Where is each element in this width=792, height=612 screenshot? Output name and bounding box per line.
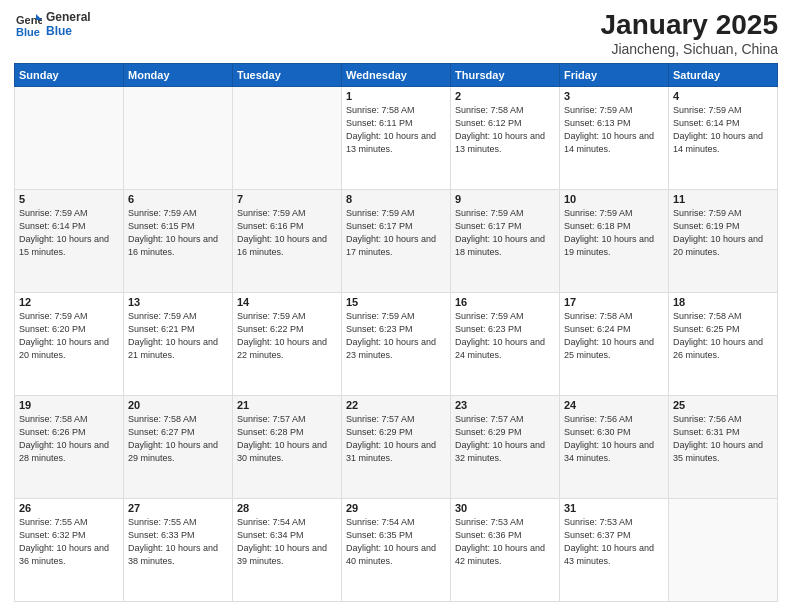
- table-row: 8Sunrise: 7:59 AM Sunset: 6:17 PM Daylig…: [342, 189, 451, 292]
- table-row: [124, 86, 233, 189]
- day-number: 28: [237, 502, 337, 514]
- day-number: 20: [128, 399, 228, 411]
- table-row: 14Sunrise: 7:59 AM Sunset: 6:22 PM Dayli…: [233, 292, 342, 395]
- calendar-week-row: 19Sunrise: 7:58 AM Sunset: 6:26 PM Dayli…: [15, 395, 778, 498]
- table-row: 30Sunrise: 7:53 AM Sunset: 6:36 PM Dayli…: [451, 498, 560, 601]
- table-row: 11Sunrise: 7:59 AM Sunset: 6:19 PM Dayli…: [669, 189, 778, 292]
- day-number: 9: [455, 193, 555, 205]
- col-wednesday: Wednesday: [342, 63, 451, 86]
- table-row: 29Sunrise: 7:54 AM Sunset: 6:35 PM Dayli…: [342, 498, 451, 601]
- day-info: Sunrise: 7:59 AM Sunset: 6:23 PM Dayligh…: [455, 310, 555, 362]
- day-info: Sunrise: 7:56 AM Sunset: 6:30 PM Dayligh…: [564, 413, 664, 465]
- table-row: 6Sunrise: 7:59 AM Sunset: 6:15 PM Daylig…: [124, 189, 233, 292]
- day-number: 12: [19, 296, 119, 308]
- col-friday: Friday: [560, 63, 669, 86]
- table-row: 4Sunrise: 7:59 AM Sunset: 6:14 PM Daylig…: [669, 86, 778, 189]
- table-row: 13Sunrise: 7:59 AM Sunset: 6:21 PM Dayli…: [124, 292, 233, 395]
- day-number: 3: [564, 90, 664, 102]
- table-row: [669, 498, 778, 601]
- calendar-week-row: 12Sunrise: 7:59 AM Sunset: 6:20 PM Dayli…: [15, 292, 778, 395]
- day-number: 14: [237, 296, 337, 308]
- table-row: 19Sunrise: 7:58 AM Sunset: 6:26 PM Dayli…: [15, 395, 124, 498]
- day-number: 11: [673, 193, 773, 205]
- table-row: 28Sunrise: 7:54 AM Sunset: 6:34 PM Dayli…: [233, 498, 342, 601]
- day-info: Sunrise: 7:58 AM Sunset: 6:12 PM Dayligh…: [455, 104, 555, 156]
- logo-blue: Blue: [46, 24, 91, 38]
- logo: General Blue General Blue: [14, 10, 91, 39]
- col-sunday: Sunday: [15, 63, 124, 86]
- day-number: 13: [128, 296, 228, 308]
- day-info: Sunrise: 7:58 AM Sunset: 6:26 PM Dayligh…: [19, 413, 119, 465]
- calendar-week-row: 1Sunrise: 7:58 AM Sunset: 6:11 PM Daylig…: [15, 86, 778, 189]
- day-info: Sunrise: 7:55 AM Sunset: 6:33 PM Dayligh…: [128, 516, 228, 568]
- table-row: 22Sunrise: 7:57 AM Sunset: 6:29 PM Dayli…: [342, 395, 451, 498]
- calendar-week-row: 26Sunrise: 7:55 AM Sunset: 6:32 PM Dayli…: [15, 498, 778, 601]
- day-number: 22: [346, 399, 446, 411]
- day-number: 19: [19, 399, 119, 411]
- col-monday: Monday: [124, 63, 233, 86]
- table-row: 1Sunrise: 7:58 AM Sunset: 6:11 PM Daylig…: [342, 86, 451, 189]
- day-info: Sunrise: 7:58 AM Sunset: 6:27 PM Dayligh…: [128, 413, 228, 465]
- day-info: Sunrise: 7:54 AM Sunset: 6:34 PM Dayligh…: [237, 516, 337, 568]
- day-number: 1: [346, 90, 446, 102]
- table-row: 9Sunrise: 7:59 AM Sunset: 6:17 PM Daylig…: [451, 189, 560, 292]
- day-info: Sunrise: 7:59 AM Sunset: 6:15 PM Dayligh…: [128, 207, 228, 259]
- calendar-header-row: Sunday Monday Tuesday Wednesday Thursday…: [15, 63, 778, 86]
- day-number: 10: [564, 193, 664, 205]
- table-row: 2Sunrise: 7:58 AM Sunset: 6:12 PM Daylig…: [451, 86, 560, 189]
- day-info: Sunrise: 7:58 AM Sunset: 6:25 PM Dayligh…: [673, 310, 773, 362]
- day-number: 16: [455, 296, 555, 308]
- day-info: Sunrise: 7:54 AM Sunset: 6:35 PM Dayligh…: [346, 516, 446, 568]
- day-number: 24: [564, 399, 664, 411]
- title-block: January 2025 Jiancheng, Sichuan, China: [601, 10, 778, 57]
- day-number: 23: [455, 399, 555, 411]
- day-info: Sunrise: 7:59 AM Sunset: 6:17 PM Dayligh…: [346, 207, 446, 259]
- day-number: 29: [346, 502, 446, 514]
- day-info: Sunrise: 7:59 AM Sunset: 6:14 PM Dayligh…: [19, 207, 119, 259]
- day-info: Sunrise: 7:59 AM Sunset: 6:21 PM Dayligh…: [128, 310, 228, 362]
- table-row: 12Sunrise: 7:59 AM Sunset: 6:20 PM Dayli…: [15, 292, 124, 395]
- day-number: 25: [673, 399, 773, 411]
- day-info: Sunrise: 7:59 AM Sunset: 6:22 PM Dayligh…: [237, 310, 337, 362]
- day-number: 15: [346, 296, 446, 308]
- table-row: 24Sunrise: 7:56 AM Sunset: 6:30 PM Dayli…: [560, 395, 669, 498]
- day-number: 8: [346, 193, 446, 205]
- day-number: 17: [564, 296, 664, 308]
- day-info: Sunrise: 7:58 AM Sunset: 6:11 PM Dayligh…: [346, 104, 446, 156]
- day-number: 4: [673, 90, 773, 102]
- col-thursday: Thursday: [451, 63, 560, 86]
- day-info: Sunrise: 7:59 AM Sunset: 6:13 PM Dayligh…: [564, 104, 664, 156]
- day-info: Sunrise: 7:55 AM Sunset: 6:32 PM Dayligh…: [19, 516, 119, 568]
- day-info: Sunrise: 7:59 AM Sunset: 6:23 PM Dayligh…: [346, 310, 446, 362]
- calendar-table: Sunday Monday Tuesday Wednesday Thursday…: [14, 63, 778, 602]
- header: General Blue General Blue January 2025 J…: [14, 10, 778, 57]
- table-row: 20Sunrise: 7:58 AM Sunset: 6:27 PM Dayli…: [124, 395, 233, 498]
- col-tuesday: Tuesday: [233, 63, 342, 86]
- logo-icon: General Blue: [14, 10, 42, 38]
- day-number: 6: [128, 193, 228, 205]
- day-number: 7: [237, 193, 337, 205]
- page: General Blue General Blue January 2025 J…: [0, 0, 792, 612]
- day-info: Sunrise: 7:56 AM Sunset: 6:31 PM Dayligh…: [673, 413, 773, 465]
- table-row: 26Sunrise: 7:55 AM Sunset: 6:32 PM Dayli…: [15, 498, 124, 601]
- table-row: [15, 86, 124, 189]
- day-number: 31: [564, 502, 664, 514]
- table-row: 21Sunrise: 7:57 AM Sunset: 6:28 PM Dayli…: [233, 395, 342, 498]
- day-info: Sunrise: 7:59 AM Sunset: 6:14 PM Dayligh…: [673, 104, 773, 156]
- table-row: 25Sunrise: 7:56 AM Sunset: 6:31 PM Dayli…: [669, 395, 778, 498]
- day-number: 30: [455, 502, 555, 514]
- table-row: 10Sunrise: 7:59 AM Sunset: 6:18 PM Dayli…: [560, 189, 669, 292]
- logo-general: General: [46, 10, 91, 24]
- day-number: 27: [128, 502, 228, 514]
- table-row: 3Sunrise: 7:59 AM Sunset: 6:13 PM Daylig…: [560, 86, 669, 189]
- table-row: 17Sunrise: 7:58 AM Sunset: 6:24 PM Dayli…: [560, 292, 669, 395]
- day-info: Sunrise: 7:57 AM Sunset: 6:29 PM Dayligh…: [346, 413, 446, 465]
- table-row: 18Sunrise: 7:58 AM Sunset: 6:25 PM Dayli…: [669, 292, 778, 395]
- day-number: 26: [19, 502, 119, 514]
- location: Jiancheng, Sichuan, China: [601, 41, 778, 57]
- day-info: Sunrise: 7:53 AM Sunset: 6:36 PM Dayligh…: [455, 516, 555, 568]
- day-info: Sunrise: 7:59 AM Sunset: 6:16 PM Dayligh…: [237, 207, 337, 259]
- table-row: 16Sunrise: 7:59 AM Sunset: 6:23 PM Dayli…: [451, 292, 560, 395]
- svg-text:Blue: Blue: [16, 26, 40, 38]
- day-info: Sunrise: 7:59 AM Sunset: 6:17 PM Dayligh…: [455, 207, 555, 259]
